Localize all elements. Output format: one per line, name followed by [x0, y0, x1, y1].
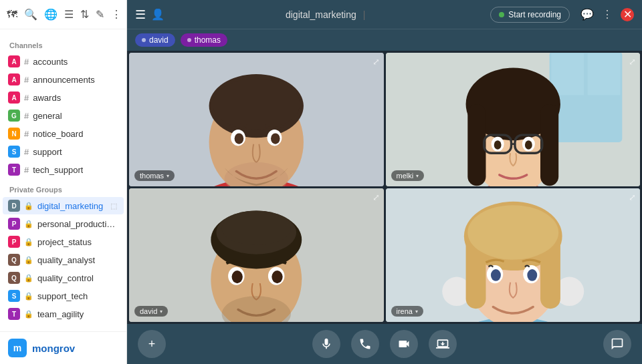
sidebar-item-quality-analyst[interactable]: Q 🔒 quality_analyst — [3, 251, 124, 268]
irena-video — [386, 188, 641, 322]
microphone-button[interactable] — [312, 330, 340, 358]
expand-icon-thomas[interactable]: ⤢ — [372, 57, 380, 67]
sidebar-item-personal-productivity[interactable]: P 🔒 personal_productivity — [3, 215, 124, 232]
close-button[interactable]: ✕ — [621, 8, 634, 21]
quality-analyst-label: quality_analyst — [37, 255, 95, 265]
sidebar-item-accounts[interactable]: A # accounts — [3, 53, 124, 70]
globe-icon[interactable]: 🌐 — [44, 8, 58, 21]
svg-point-37 — [232, 270, 243, 283]
start-recording-button[interactable]: Start recording — [490, 7, 570, 23]
svg-rect-14 — [587, 53, 620, 96]
video-button[interactable] — [390, 330, 418, 358]
svg-point-26 — [494, 140, 501, 150]
more-options-icon[interactable]: ⋮ — [602, 8, 613, 21]
expand-icon-irena[interactable]: ⤢ — [629, 192, 636, 202]
thomas-label-text: thomas — [140, 172, 164, 180]
chevron-down-icon: ▾ — [167, 173, 169, 179]
team-agility-badge: T — [8, 308, 20, 320]
recording-label: Start recording — [508, 10, 561, 19]
map-icon[interactable]: 🗺 — [7, 9, 17, 21]
svg-point-8 — [235, 133, 244, 144]
tech-support-badge: T — [8, 164, 20, 176]
quality-control-label: quality_control — [37, 273, 94, 283]
david-label-text: david — [140, 307, 157, 315]
add-participant-button[interactable]: + — [138, 330, 166, 358]
bottom-left-controls: + — [138, 330, 166, 358]
personal-productivity-label: personal_productivity — [37, 219, 117, 229]
support-tech-badge: S — [8, 290, 20, 302]
support-badge: S — [8, 146, 20, 158]
more-icon[interactable]: ⋮ — [111, 8, 122, 21]
topbar-actions: 💬 ⋮ ✕ — [580, 8, 634, 21]
accounts-label: accounts — [33, 57, 68, 67]
sidebar-item-project-status[interactable]: P 🔒 project_status — [3, 233, 124, 250]
menu-icon[interactable]: ☰ — [135, 7, 146, 22]
chat-button[interactable] — [603, 330, 631, 358]
lock-icon: 🔒 — [24, 202, 33, 210]
hash-icon-3: # — [24, 93, 29, 103]
svg-point-38 — [272, 270, 282, 283]
sidebar-item-awards[interactable]: A # awards — [3, 89, 124, 106]
user-icon[interactable]: 👤 — [151, 8, 165, 21]
sort-icon[interactable]: ⇅ — [80, 8, 89, 21]
sidebar-item-digital-marketing[interactable]: D 🔒 digital_marketing ⬚ — [3, 197, 124, 214]
sidebar-brand: m mongrov — [0, 331, 126, 364]
svg-point-9 — [271, 133, 280, 144]
sidebar-item-tech-support[interactable]: T # tech_support — [3, 161, 124, 178]
melki-video — [386, 53, 641, 186]
screen-share-button[interactable] — [429, 330, 457, 358]
video-tile-irena: ⤢ irena ▾ — [386, 188, 641, 322]
general-label: general — [33, 111, 62, 121]
sidebar-top-bar: 🗺 🔍 🌐 ☰ ⇅ ✎ ⋮ — [0, 0, 126, 29]
channels-section-title: Channels — [0, 35, 126, 52]
open-in-new-icon[interactable]: ⬚ — [110, 202, 117, 210]
sidebar-item-notice-board[interactable]: N # notice_board — [3, 125, 124, 142]
hash-icon: # — [24, 57, 29, 67]
sidebar-item-support[interactable]: S # support — [3, 143, 124, 160]
hash-icon-6: # — [24, 147, 29, 157]
thomas-dot — [187, 38, 191, 42]
tech-support-label: tech_support — [33, 165, 83, 175]
participant-thomas[interactable]: thomas — [181, 33, 227, 47]
channel-name-display: digital_marketing | — [170, 9, 485, 20]
digital-marketing-label: digital_marketing — [37, 201, 103, 211]
melki-video-label: melki ▾ — [391, 170, 425, 181]
expand-icon-david[interactable]: ⤢ — [372, 192, 380, 202]
sidebar: 🗺 🔍 🌐 ☰ ⇅ ✎ ⋮ Channels A # accounts A # … — [0, 0, 127, 364]
bottom-right-controls — [603, 330, 631, 358]
video-tile-thomas: ⤢ thomas ▾ — [129, 53, 384, 186]
awards-label: awards — [33, 93, 61, 103]
expand-icon-melki[interactable]: ⤢ — [629, 57, 636, 67]
list-icon[interactable]: ☰ — [64, 8, 74, 21]
sidebar-item-team-agility[interactable]: T 🔒 team_agility — [3, 305, 124, 323]
video-icon — [397, 337, 411, 351]
sidebar-item-announcements[interactable]: A # announcements — [3, 71, 124, 88]
lock-icon-4: 🔒 — [24, 256, 33, 264]
lock-icon-2: 🔒 — [24, 220, 33, 228]
phone-button[interactable] — [351, 330, 379, 358]
lock-icon-5: 🔒 — [24, 274, 33, 283]
main-content: ☰ 👤 digital_marketing | Start recording … — [127, 0, 642, 364]
chat-icon[interactable]: 💬 — [580, 8, 594, 21]
recording-indicator — [499, 12, 504, 17]
participant-david[interactable]: david — [135, 33, 175, 47]
mic-icon — [320, 337, 333, 351]
sidebar-item-quality-control[interactable]: Q 🔒 quality_control — [3, 269, 124, 287]
chevron-down-icon-3: ▾ — [160, 309, 163, 315]
svg-point-27 — [524, 140, 532, 150]
sidebar-item-general[interactable]: G # general — [3, 107, 124, 124]
support-tech-label: support_tech — [37, 291, 88, 301]
video-grid: ⤢ thomas ▾ — [127, 51, 642, 324]
hash-icon-2: # — [24, 75, 29, 85]
search-icon[interactable]: 🔍 — [24, 8, 37, 21]
thomas-name: thomas — [195, 35, 221, 45]
bottom-center-controls — [312, 330, 457, 358]
sidebar-item-support-tech[interactable]: S 🔒 support_tech — [3, 287, 124, 305]
phone-icon — [358, 337, 372, 351]
svg-point-5 — [213, 79, 300, 130]
chevron-down-icon-4: ▾ — [415, 309, 418, 315]
private-groups-section-title: Private Groups — [0, 179, 126, 196]
svg-point-34 — [222, 212, 291, 245]
edit-icon[interactable]: ✎ — [96, 8, 104, 21]
announcements-badge: A — [8, 73, 20, 85]
